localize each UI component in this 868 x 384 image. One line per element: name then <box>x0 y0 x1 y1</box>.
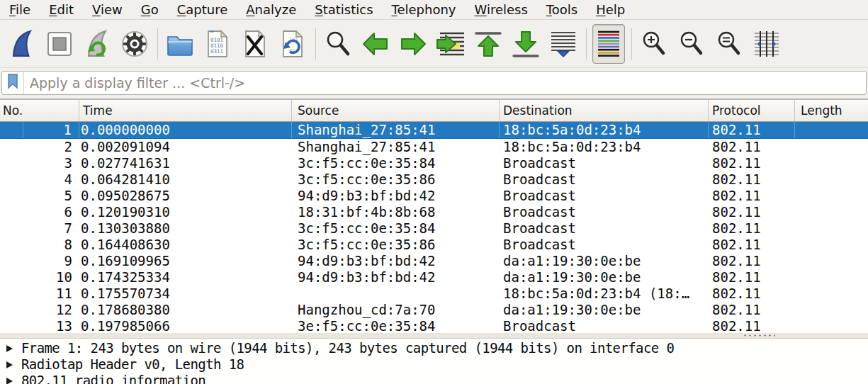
open-file-button[interactable] <box>164 24 196 64</box>
cell-time: 0.000000000 <box>79 122 292 138</box>
arrow-goto-icon <box>434 28 467 60</box>
packet-row-5[interactable]: 50.09502867594:d9:b3:bf:bd:42Broadcast80… <box>0 188 868 204</box>
packet-row-3[interactable]: 30.0277416313c:f5:cc:0e:35:84Broadcast80… <box>0 155 868 171</box>
zoom-out-button[interactable] <box>675 24 708 64</box>
cell-dest: Broadcast <box>500 171 709 188</box>
pane-splitter[interactable] <box>0 333 868 339</box>
detail-row-2[interactable]: 802.11 radio information <box>0 373 868 384</box>
menu-tools[interactable]: Tools <box>537 0 587 19</box>
cell-source: 94:d9:b3:bf:bd:42 <box>292 188 500 204</box>
column-header-no[interactable]: No. <box>0 100 79 121</box>
display-filter-input[interactable] <box>24 72 866 94</box>
expand-triangle-icon[interactable] <box>6 378 13 384</box>
colorize-packets-button[interactable] <box>592 24 625 64</box>
packet-row-9[interactable]: 90.16910996594:d9:b3:bf:bd:42da:a1:19:30… <box>0 253 868 269</box>
menu-statistics[interactable]: Statistics <box>305 0 382 19</box>
autoscroll-icon <box>547 28 580 60</box>
save-file-button[interactable]: 010101100311 <box>201 24 234 64</box>
packet-row-1[interactable]: 10.000000000Shanghai_27:85:4118:bc:5a:0d… <box>0 122 868 139</box>
capture-options-button[interactable] <box>118 24 151 64</box>
start-capture-button[interactable] <box>6 24 38 64</box>
packet-row-7[interactable]: 70.1303038803c:f5:cc:0e:35:84Broadcast80… <box>0 220 868 237</box>
packet-row-8[interactable]: 80.1644086303c:f5:cc:0e:35:86Broadcast80… <box>0 237 868 253</box>
display-filter-field[interactable] <box>1 71 867 95</box>
go-last-packet-button[interactable] <box>509 24 542 64</box>
zoom-out-icon <box>677 28 706 60</box>
detail-row-0[interactable]: Frame 1: 243 bytes on wire (1944 bits), … <box>0 340 868 356</box>
main-toolbar: 010101100311 101011 <box>0 20 868 68</box>
close-file-button[interactable] <box>239 24 271 64</box>
zoom-in-button[interactable] <box>638 24 670 64</box>
cell-protocol: 802.11 <box>709 204 795 220</box>
cell-dest: Broadcast <box>500 318 709 333</box>
packet-row-13[interactable]: 130.1979850663e:f5:cc:0e:35:84Broadcast8… <box>0 318 868 333</box>
menu-capture[interactable]: Capture <box>168 0 237 19</box>
cell-length <box>795 139 868 155</box>
cell-marker <box>0 155 23 171</box>
cell-marker <box>0 220 23 237</box>
cell-time: 0.164408630 <box>79 237 292 253</box>
go-to-packet-button[interactable] <box>434 24 467 64</box>
expand-triangle-icon[interactable] <box>6 345 13 352</box>
cell-dest: da:a1:19:30:0e:be <box>500 302 709 318</box>
resize-columns-button[interactable] <box>750 24 783 64</box>
cell-no: 8 <box>23 237 79 253</box>
folder-icon <box>164 28 196 60</box>
menu-telephony[interactable]: Telephony <box>383 0 466 19</box>
cell-dest: 18:bc:5a:0d:23:b4 (18:… <box>500 286 709 302</box>
detail-row-1[interactable]: Radiotap Header v0, Length 18 <box>0 356 868 373</box>
menu-edit[interactable]: Edit <box>40 0 83 19</box>
column-header-protocol[interactable]: Protocol <box>709 100 795 121</box>
arrow-up-icon <box>472 28 505 60</box>
zoom-original-button[interactable] <box>713 24 745 64</box>
cell-source: 3e:f5:cc:0e:35:84 <box>292 318 500 333</box>
cell-source: 94:d9:b3:bf:bd:42 <box>292 269 500 286</box>
wireshark-window: FileEditViewGoCaptureAnalyzeStatisticsTe… <box>0 0 868 384</box>
cell-protocol: 802.11 <box>709 286 795 302</box>
menu-go[interactable]: Go <box>132 0 168 19</box>
packet-row-12[interactable]: 120.178680380Hangzhou_cd:7a:70da:a1:19:3… <box>0 302 868 318</box>
go-forward-button[interactable] <box>397 24 429 64</box>
packet-row-10[interactable]: 100.17432533494:d9:b3:bf:bd:42da:a1:19:3… <box>0 269 868 286</box>
packet-row-2[interactable]: 20.002091094Shanghai_27:85:4118:bc:5a:0d… <box>0 139 868 155</box>
packet-row-11[interactable]: 110.17557073418:bc:5a:0d:23:b4 (18:…802.… <box>0 286 868 302</box>
cell-source <box>292 286 500 302</box>
stop-capture-button[interactable] <box>43 24 76 64</box>
cell-no: 7 <box>23 220 79 237</box>
cell-source: 3c:f5:cc:0e:35:86 <box>292 171 500 188</box>
cell-source: Hangzhou_cd:7a:70 <box>292 302 500 318</box>
menu-analyze[interactable]: Analyze <box>237 0 305 19</box>
go-back-button[interactable] <box>359 24 392 64</box>
cell-source: 94:d9:b3:bf:bd:42 <box>292 253 500 269</box>
menu-help[interactable]: Help <box>587 0 634 19</box>
cell-time: 0.120190310 <box>79 204 292 220</box>
gear-icon <box>119 28 150 60</box>
auto-scroll-button[interactable] <box>547 24 580 64</box>
cell-no: 4 <box>23 171 79 188</box>
cell-no: 2 <box>23 139 79 155</box>
cell-length <box>795 269 868 286</box>
go-first-packet-button[interactable] <box>472 24 505 64</box>
column-header-destination[interactable]: Destination <box>500 100 709 121</box>
expand-triangle-icon[interactable] <box>6 361 13 368</box>
stop-icon <box>45 28 74 60</box>
menu-view[interactable]: View <box>83 0 132 19</box>
cell-dest: 18:bc:5a:0d:23:b4 <box>500 139 709 155</box>
column-header-length[interactable]: Length <box>795 100 868 121</box>
arrow-down-icon <box>509 28 542 60</box>
filter-bookmark-button[interactable] <box>2 72 24 94</box>
cell-no: 13 <box>23 318 79 333</box>
reload-file-button[interactable]: 101011 <box>276 24 309 64</box>
cell-marker <box>0 286 23 302</box>
column-header-time[interactable]: Time <box>79 100 292 121</box>
cell-no: 9 <box>23 253 79 269</box>
find-packet-button[interactable] <box>322 24 354 64</box>
column-header-source[interactable]: Source <box>292 100 500 121</box>
cell-marker <box>0 188 23 204</box>
packet-row-4[interactable]: 40.0642814103c:f5:cc:0e:35:86Broadcast80… <box>0 171 868 188</box>
packet-row-6[interactable]: 60.12019031018:31:bf:4b:8b:68Broadcast80… <box>0 204 868 220</box>
menu-file[interactable]: File <box>0 0 40 19</box>
restart-capture-button[interactable] <box>81 24 113 64</box>
menu-wireless[interactable]: Wireless <box>466 0 537 19</box>
document-reload-icon: 101011 <box>278 28 308 60</box>
